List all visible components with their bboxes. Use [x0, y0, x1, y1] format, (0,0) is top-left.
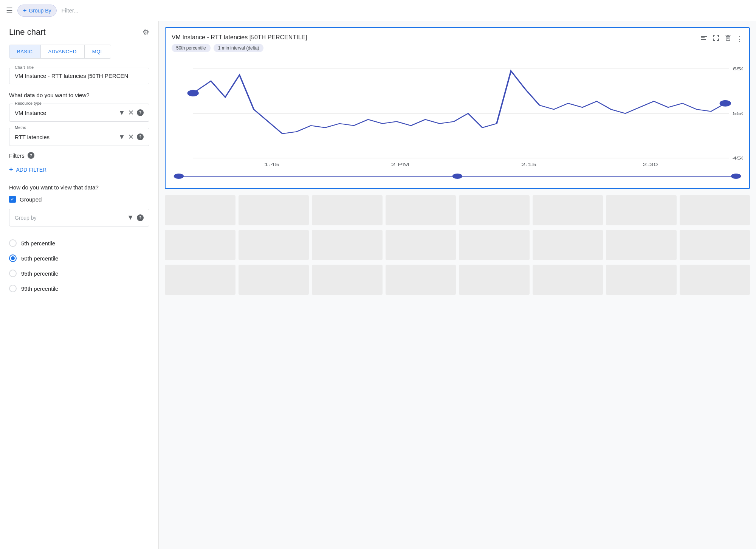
thumbnail-cell — [680, 265, 750, 295]
chart-tags: 50th percentile 1 min interval (delta) — [172, 44, 700, 52]
resource-type-field: Resource type VM Instance ▼ ✕ ? — [9, 104, 149, 122]
thumbnail-cell — [533, 265, 603, 295]
metric-field: Metric RTT latencies ▼ ✕ ? — [9, 128, 149, 146]
thumbnail-cell — [680, 195, 750, 225]
chart-dot-right — [720, 100, 731, 107]
thumbnail-cell — [606, 265, 677, 295]
top-bar: ☰ + Group By Filter... — [0, 0, 756, 21]
grouped-label: Grouped — [20, 196, 42, 203]
thumbnail-cell — [606, 195, 677, 225]
group-by-help-icon[interactable]: ? — [137, 214, 144, 221]
add-filter-button[interactable]: + ADD FILTER — [9, 164, 46, 175]
thumbnail-cell — [312, 230, 383, 260]
radio-50th-label: 50th percentile — [21, 255, 58, 262]
grouped-row[interactable]: ✓ Grouped — [9, 196, 149, 203]
thumbnail-cell — [239, 195, 309, 225]
view-section-title: How do you want to view that data? — [9, 184, 149, 191]
thumbnail-cell — [165, 265, 235, 295]
radio-5th-label: 5th percentile — [21, 240, 55, 247]
svg-text:2 PM: 2 PM — [391, 162, 409, 167]
thumbnail-cell — [459, 195, 530, 225]
radio-99th-label: 99th percentile — [21, 285, 58, 292]
radio-99th[interactable] — [9, 285, 17, 292]
dropdown-arrow-metric-icon[interactable]: ▼ — [118, 133, 125, 141]
svg-point-21 — [731, 174, 741, 179]
grouped-checkbox[interactable]: ✓ — [9, 196, 16, 203]
thumbnail-cell — [312, 265, 383, 295]
svg-text:650us: 650us — [733, 67, 743, 71]
svg-point-20 — [452, 174, 462, 179]
main-layout: Line chart ⚙ BASIC ADVANCED MQL Chart Ti… — [0, 21, 756, 549]
delete-icon[interactable] — [724, 34, 732, 43]
panel-title: Line chart — [9, 27, 46, 37]
radio-95th-label: 95th percentile — [21, 270, 58, 277]
percentile-99th[interactable]: 99th percentile — [9, 281, 149, 296]
tab-advanced[interactable]: ADVANCED — [41, 45, 85, 58]
thumbnail-row-2 — [165, 265, 750, 295]
chart-header: VM Instance - RTT latencies [50TH PERCEN… — [172, 34, 743, 52]
thumbnail-cell — [165, 230, 235, 260]
chart-dot-left — [187, 90, 199, 96]
resource-type-value: VM Instance — [15, 110, 115, 116]
filters-help-icon[interactable]: ? — [28, 152, 34, 159]
radio-50th[interactable] — [9, 254, 17, 262]
resource-help-icon[interactable]: ? — [137, 109, 144, 116]
line-chart-svg: 650us 550us 450us 1:45 2 PM 2:15 2:30 — [172, 57, 743, 170]
data-section-title: What data do you want to view? — [9, 92, 149, 98]
percentile-50th[interactable]: 50th percentile — [9, 251, 149, 266]
svg-text:1:45: 1:45 — [264, 162, 279, 167]
group-by-button[interactable]: + Group By — [17, 5, 57, 17]
filter-placeholder[interactable]: Filter... — [61, 7, 78, 14]
fullscreen-icon[interactable] — [712, 34, 720, 43]
metric-label: Metric — [13, 125, 28, 130]
thumbnail-cell — [386, 230, 456, 260]
svg-rect-3 — [726, 36, 730, 40]
panel-header: Line chart ⚙ — [9, 27, 149, 37]
chart-tag-percentile: 50th percentile — [172, 44, 211, 52]
group-by-dropdown[interactable]: Group by ▼ ? — [9, 209, 149, 226]
right-panel: VM Instance - RTT latencies [50TH PERCEN… — [159, 21, 756, 549]
percentile-5th[interactable]: 5th percentile — [9, 236, 149, 251]
chart-area: 650us 550us 450us 1:45 2 PM 2:15 2:30 — [172, 57, 743, 182]
thumbnail-cell — [239, 265, 309, 295]
thumbnail-cell — [239, 230, 309, 260]
thumbnail-cell — [312, 195, 383, 225]
legend-icon[interactable] — [700, 34, 708, 43]
metric-row: RTT latencies ▼ ✕ ? — [15, 133, 144, 141]
chart-title-input[interactable] — [15, 73, 144, 79]
svg-text:550us: 550us — [733, 111, 743, 116]
group-by-arrow-icon[interactable]: ▼ — [127, 214, 134, 222]
chart-selector-svg[interactable] — [172, 172, 743, 181]
add-filter-label: ADD FILTER — [16, 167, 47, 173]
tab-basic[interactable]: BASIC — [9, 45, 41, 58]
thumbnail-row-1 — [165, 230, 750, 260]
thumbnail-cell — [386, 195, 456, 225]
thumbnail-cell — [606, 230, 677, 260]
dropdown-arrow-icon[interactable]: ▼ — [118, 109, 125, 117]
radio-5th[interactable] — [9, 239, 17, 247]
tab-mql[interactable]: MQL — [85, 45, 111, 58]
metric-help-icon[interactable]: ? — [137, 133, 144, 140]
chart-title-field: Chart Title — [9, 68, 149, 84]
view-section: How do you want to view that data? ✓ Gro… — [9, 184, 149, 226]
thumbnail-cell — [386, 265, 456, 295]
resource-type-row: VM Instance ▼ ✕ ? — [15, 109, 144, 117]
clear-metric-icon[interactable]: ✕ — [128, 133, 134, 141]
filters-label: Filters — [9, 152, 25, 159]
percentile-options: 5th percentile 50th percentile 95th perc… — [9, 236, 149, 296]
chart-title-area: VM Instance - RTT latencies [50TH PERCEN… — [172, 34, 700, 52]
left-panel: Line chart ⚙ BASIC ADVANCED MQL Chart Ti… — [0, 21, 159, 549]
metric-value: RTT latencies — [15, 134, 115, 140]
svg-point-19 — [174, 174, 184, 179]
gear-icon[interactable]: ⚙ — [143, 28, 149, 37]
radio-95th[interactable] — [9, 270, 17, 277]
svg-text:450us: 450us — [733, 156, 743, 161]
chart-title: VM Instance - RTT latencies [50TH PERCEN… — [172, 34, 700, 41]
filter-icon[interactable]: ☰ — [6, 6, 13, 15]
more-options-icon[interactable]: ⋮ — [736, 35, 743, 43]
clear-resource-icon[interactable]: ✕ — [128, 109, 134, 117]
percentile-95th[interactable]: 95th percentile — [9, 266, 149, 281]
thumbnail-cell — [680, 230, 750, 260]
thumbnail-cell — [165, 195, 235, 225]
thumbnail-cell — [533, 195, 603, 225]
